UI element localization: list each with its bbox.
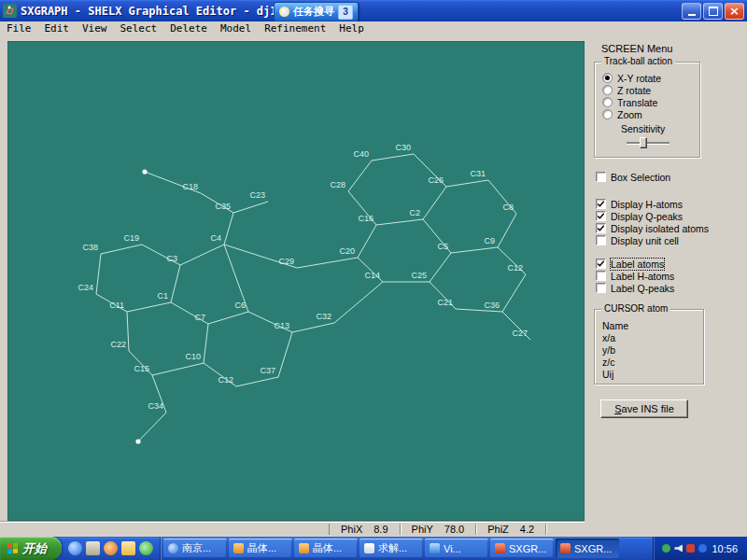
- checkbox-box-selection[interactable]: Box Selection: [596, 171, 747, 183]
- atom-label-C23[interactable]: C23: [249, 190, 265, 200]
- atom-label-C27[interactable]: C27: [512, 329, 528, 338]
- atom-label-C2[interactable]: C2: [409, 208, 420, 217]
- windows-logo-icon: [7, 542, 18, 553]
- atom-label-C8[interactable]: C8: [502, 203, 514, 212]
- ime-search-bar[interactable]: 任务搜寻 3: [274, 2, 359, 21]
- atom-label-C32[interactable]: C32: [316, 312, 331, 321]
- folder-icon[interactable]: [121, 541, 135, 555]
- status-fields: PhiX 8.9 PhiY 78.0 PhiZ 4.2: [329, 522, 546, 537]
- taskbar-button-0[interactable]: 南京...: [163, 539, 227, 558]
- peak-dot[interactable]: [135, 439, 140, 443]
- atom-label-C36[interactable]: C36: [484, 301, 500, 310]
- minimize-button[interactable]: [682, 3, 701, 20]
- internet-explorer-icon[interactable]: [68, 541, 82, 555]
- title-bar: SXGRAPH - SHELX Graphical Editor - dj175…: [0, 0, 747, 21]
- peak-dot[interactable]: [142, 169, 147, 174]
- sensitivity-slider[interactable]: [627, 136, 669, 149]
- green-status-icon[interactable]: [662, 544, 670, 553]
- atom-label-C6[interactable]: C6: [234, 301, 246, 310]
- atom-label-C34[interactable]: C34: [148, 401, 163, 411]
- menu-item-refinement[interactable]: Refinement: [258, 22, 332, 35]
- trackball-option-translate[interactable]: Translate: [602, 96, 696, 108]
- checkbox-label-h-atoms[interactable]: Label H-atoms: [596, 270, 747, 282]
- taskbar-button-label: 晶体...: [313, 541, 342, 555]
- structure-canvas[interactable]: C18C35C23C4C19C38C3C24C1C11C6C7C22C13C10…: [7, 41, 585, 521]
- atom-label-C28[interactable]: C28: [330, 180, 345, 189]
- atom-label-C5[interactable]: C5: [437, 242, 448, 251]
- close-button[interactable]: ×: [725, 3, 744, 20]
- menu-item-delete[interactable]: Delete: [163, 22, 214, 35]
- atom-label-C4[interactable]: C4: [210, 233, 221, 243]
- atom-label-C18[interactable]: C18: [182, 182, 198, 191]
- taskbar-button-label: Vi...: [444, 543, 461, 554]
- volume-icon[interactable]: [674, 544, 683, 553]
- taskbar-button-4[interactable]: Vi...: [425, 539, 488, 558]
- atom-label-C10[interactable]: C10: [185, 352, 201, 361]
- atom-label-C14[interactable]: C14: [364, 271, 380, 280]
- menu-item-edit[interactable]: Edit: [38, 22, 77, 35]
- menu-item-help[interactable]: Help: [332, 22, 371, 35]
- atom-label-C12b[interactable]: C12: [218, 375, 233, 385]
- media-player-icon[interactable]: [104, 541, 118, 555]
- bluetooth-icon[interactable]: [698, 544, 707, 553]
- atom-label-C29[interactable]: C29: [278, 257, 294, 266]
- taskbar-button-6[interactable]: SXGR...: [556, 539, 619, 558]
- checkbox-display-h-atoms[interactable]: Display H-atoms: [596, 198, 747, 210]
- atom-label-C9[interactable]: C9: [484, 236, 495, 245]
- cursor-atom-legend: CURSOR atom: [601, 303, 670, 314]
- atom-label-C7[interactable]: C7: [194, 313, 205, 322]
- trackball-option-zoom[interactable]: Zoom: [602, 108, 696, 120]
- bond-C40-C30: [372, 154, 414, 161]
- menu-item-file[interactable]: File: [0, 22, 38, 35]
- save-ins-button[interactable]: Save INS file: [600, 399, 688, 418]
- atom-label-C37[interactable]: C37: [260, 366, 275, 375]
- atom-label-C38[interactable]: C38: [82, 243, 98, 252]
- start-button[interactable]: 开始: [0, 537, 62, 560]
- bond-C8-C9: [498, 214, 516, 247]
- atom-label-C16[interactable]: C16: [358, 214, 374, 223]
- taskbar-button-2[interactable]: 晶体...: [294, 539, 358, 558]
- label-options: Label atomsLabel H-atomsLabel Q-peaks: [596, 258, 747, 294]
- atom-label-C12r[interactable]: C12: [507, 263, 523, 273]
- atom-label-C21[interactable]: C21: [437, 298, 453, 307]
- bond-C38-C24: [96, 254, 101, 294]
- trackball-option-x-y-rotate[interactable]: X-Y rotate: [602, 72, 696, 84]
- ime-count-badge[interactable]: 3: [338, 5, 353, 20]
- atom-label-C24[interactable]: C24: [78, 283, 93, 292]
- show-desktop-icon[interactable]: [86, 541, 100, 555]
- checkbox-label-q-peaks[interactable]: Label Q-peaks: [596, 282, 747, 294]
- checkbox-display-unit-cell[interactable]: Display unit cell: [596, 234, 747, 246]
- taskbar-button-3[interactable]: 求解...: [359, 539, 423, 558]
- menu-item-view[interactable]: View: [76, 22, 114, 35]
- checkbox-label-atoms[interactable]: Label atoms: [596, 258, 747, 270]
- atom-label-C11[interactable]: C11: [109, 301, 124, 310]
- atom-label-C19[interactable]: C19: [123, 233, 139, 243]
- atom-label-C1[interactable]: C1: [157, 291, 168, 301]
- taskbar-button-1[interactable]: 晶体...: [229, 539, 292, 558]
- bond-C7-C10: [204, 324, 208, 363]
- atom-label-C40[interactable]: C40: [353, 149, 369, 159]
- menu-item-select[interactable]: Select: [114, 22, 164, 35]
- atom-label-C30[interactable]: C30: [395, 143, 411, 152]
- phix-value: 8.9: [374, 524, 388, 535]
- atom-label-C15[interactable]: C15: [134, 364, 149, 373]
- atom-label-C3[interactable]: C3: [166, 254, 177, 263]
- checkbox-display-isolated-atoms[interactable]: Display isolated atoms: [596, 222, 747, 234]
- slider-handle[interactable]: [640, 137, 647, 148]
- messenger-icon[interactable]: [139, 541, 153, 555]
- menu-item-model[interactable]: Model: [214, 22, 258, 35]
- red-status-icon[interactable]: [686, 544, 695, 553]
- atom-label-C13[interactable]: C13: [274, 321, 289, 330]
- maximize-button[interactable]: [703, 3, 723, 20]
- atom-label-C20[interactable]: C20: [339, 246, 355, 256]
- atom-label-C35[interactable]: C35: [215, 202, 231, 211]
- trackball-option-z-rotate[interactable]: Z rotate: [602, 84, 696, 96]
- checkbox-display-q-peaks[interactable]: Display Q-peaks: [596, 210, 747, 222]
- atom-label-C31[interactable]: C31: [470, 169, 486, 178]
- atom-label-C25[interactable]: C25: [411, 271, 427, 280]
- display-options: Display H-atomsDisplay Q-peaksDisplay is…: [596, 198, 747, 246]
- taskbar-button-5[interactable]: SXGR...: [490, 539, 554, 558]
- maximize-icon: [709, 7, 718, 16]
- atom-label-C26[interactable]: C26: [428, 175, 444, 185]
- atom-label-C22[interactable]: C22: [110, 340, 126, 349]
